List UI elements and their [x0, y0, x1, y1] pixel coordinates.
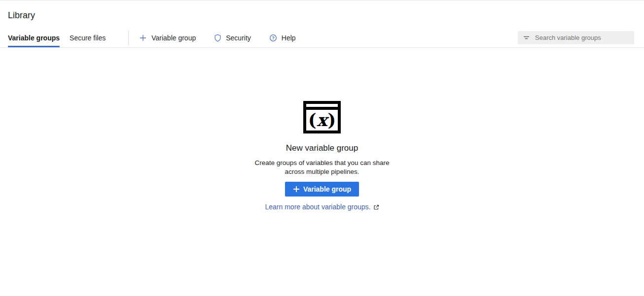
toolbar-divider	[128, 31, 129, 45]
plus-icon	[293, 186, 300, 193]
search-input[interactable]	[535, 31, 634, 44]
tab-variable-groups[interactable]: Variable groups	[8, 28, 60, 47]
page-title: Library	[8, 10, 636, 21]
new-variable-group-button[interactable]: Variable group	[285, 182, 359, 197]
security-command[interactable]: Security	[214, 28, 251, 47]
empty-state-heading: New variable group	[0, 143, 644, 153]
description-line-1: Create groups of variables that you can …	[0, 159, 644, 167]
help-command[interactable]: ? Help	[269, 28, 296, 47]
empty-state: (x) New variable group Create groups of …	[0, 101, 644, 211]
library-page: Library Variable groups Secure files Var…	[0, 0, 644, 211]
add-variable-group-label: Variable group	[151, 34, 196, 42]
learn-more-link[interactable]: Learn more about variable groups.	[265, 203, 370, 211]
help-icon: ?	[269, 34, 277, 42]
tab-secure-files[interactable]: Secure files	[70, 28, 106, 47]
tab-bar: Variable groups Secure files Variable gr…	[0, 28, 644, 48]
learn-more-row: Learn more about variable groups.	[0, 203, 644, 211]
svg-text:(x): (x)	[308, 110, 336, 130]
shield-icon	[214, 34, 221, 42]
tab-variable-groups-label: Variable groups	[8, 34, 60, 42]
description-line-2: across multiple pipelines.	[0, 167, 644, 176]
filter-icon	[523, 34, 530, 41]
page-header: Library	[0, 0, 644, 21]
security-label: Security	[226, 34, 251, 42]
main-content: (x) New variable group Create groups of …	[0, 101, 644, 211]
new-variable-group-button-label: Variable group	[303, 185, 351, 193]
empty-state-description: Create groups of variables that you can …	[0, 159, 644, 176]
tab-secure-files-label: Secure files	[70, 34, 106, 42]
variable-group-icon: (x)	[303, 101, 341, 135]
add-variable-group-command[interactable]: Variable group	[139, 28, 196, 47]
help-label: Help	[282, 34, 296, 42]
search-box[interactable]	[518, 31, 634, 44]
help-glyph: ?	[272, 35, 275, 40]
plus-icon	[139, 34, 147, 42]
external-link-icon	[373, 204, 379, 210]
